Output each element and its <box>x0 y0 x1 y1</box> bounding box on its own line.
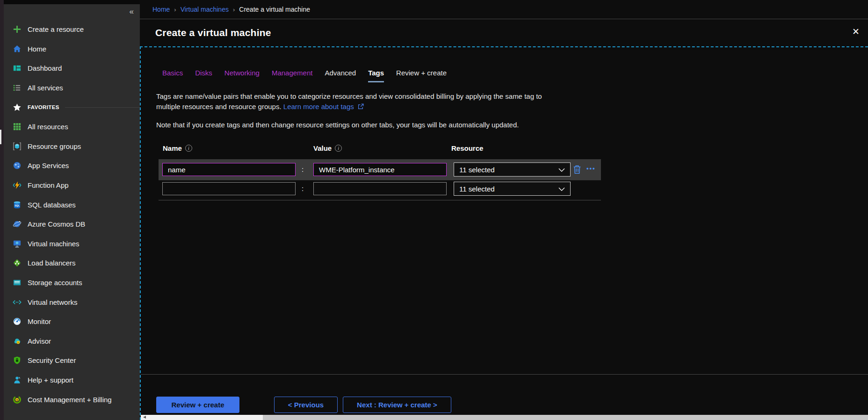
description-line-1: Tags are name/value pairs that enable yo… <box>156 92 542 100</box>
sidebar-item-app-services[interactable]: App Services <box>0 156 140 176</box>
sidebar-item-label: Dashboard <box>28 64 62 72</box>
resource-dropdown[interactable]: 11 selected <box>454 182 571 196</box>
info-icon[interactable]: i <box>335 145 342 152</box>
favorites-divider <box>65 107 140 108</box>
sidebar-item-function-app[interactable]: Function App <box>0 176 140 195</box>
trash-icon[interactable] <box>573 165 581 176</box>
description-line-2: multiple resources and resource groups. <box>156 103 282 111</box>
footer-divider <box>141 374 868 375</box>
resource-dropdown[interactable]: 11 selected <box>454 162 571 177</box>
tags-note: Note that if you create tags and then ch… <box>156 121 519 129</box>
sidebar-item-label: Azure Cosmos DB <box>28 220 85 228</box>
next-button[interactable]: Next : Review + create > <box>343 397 451 413</box>
sidebar-item-help-support[interactable]: Help + support <box>0 370 140 390</box>
tab-basics[interactable]: Basics <box>162 69 183 82</box>
sidebar-item-storage-accounts[interactable]: Storage accounts <box>0 273 140 293</box>
sidebar-item-monitor[interactable]: Monitor <box>0 312 140 332</box>
sidebar-section-label: FAVORITES <box>28 104 59 110</box>
sidebar-item-home[interactable]: Home <box>0 39 140 59</box>
sidebar-item-label: Security Center <box>28 356 76 364</box>
sidebar-item-label: Advisor <box>28 337 51 345</box>
sidebar-item-virtual-machines[interactable]: Virtual machines <box>0 234 140 254</box>
breadcrumb-virtual-machines[interactable]: Virtual machines <box>181 6 229 13</box>
sidebar-item-all-services[interactable]: All services <box>0 78 140 98</box>
sidebar-item-label: Virtual networks <box>28 298 77 306</box>
breadcrumb-current: Create a virtual machine <box>239 6 310 13</box>
tags-description: Tags are name/value pairs that enable yo… <box>156 91 542 112</box>
sidebar-item-label: Virtual machines <box>28 240 80 248</box>
all-services-icon <box>12 83 22 93</box>
window-left-edge <box>0 0 4 420</box>
sidebar-item-label: Help + support <box>28 376 73 384</box>
tag-separator: : <box>299 165 306 173</box>
column-value: Value <box>313 144 332 152</box>
svg-text:$: $ <box>16 398 18 401</box>
tag-value-input[interactable] <box>313 163 447 176</box>
resource-dropdown-value: 11 selected <box>459 166 495 174</box>
tag-name-input[interactable] <box>162 163 296 176</box>
sidebar-item-azure-cosmos-db[interactable]: Azure Cosmos DB <box>0 214 140 234</box>
sidebar-item-sql-databases[interactable]: SQL SQL databases <box>0 195 140 214</box>
sidebar-item-cost-management-billing[interactable]: $ Cost Management + Billing <box>0 390 140 409</box>
sidebar-item-resource-groups[interactable]: Resource groups <box>0 137 140 156</box>
scrollbar-thumb[interactable] <box>263 415 868 420</box>
sidebar-item-create-a-resource[interactable]: Create a resource <box>0 20 140 39</box>
sidebar-item-dashboard[interactable]: Dashboard <box>0 59 140 78</box>
column-resource: Resource <box>451 144 483 152</box>
home-icon <box>12 44 22 53</box>
tab-tags[interactable]: Tags <box>368 69 384 82</box>
sidebar-item-label: App Services <box>28 162 69 169</box>
panel-header: Create a virtual machine ✕ <box>140 19 868 46</box>
cosmos-db-icon <box>12 220 22 229</box>
storage-accounts-icon <box>12 278 22 287</box>
table-divider <box>159 200 601 200</box>
sidebar-item-label: All resources <box>28 123 68 131</box>
star-icon <box>12 103 22 112</box>
tab-management[interactable]: Management <box>272 69 313 82</box>
external-link-icon <box>358 102 364 112</box>
resource-dropdown-value: 11 selected <box>459 185 495 193</box>
sidebar-item-label: Cost Management + Billing <box>28 396 112 404</box>
sidebar-item-load-balancers[interactable]: Load balancers <box>0 253 140 273</box>
sidebar-item-label: Storage accounts <box>28 279 82 287</box>
plus-icon <box>12 25 22 34</box>
scroll-left-arrow-icon[interactable] <box>143 416 146 419</box>
learn-more-link[interactable]: Learn more about tags <box>283 103 354 111</box>
sidebar-item-security-center[interactable]: Security Center <box>0 351 140 370</box>
tag-separator: : <box>299 184 306 192</box>
sidebar-collapse-button[interactable]: « <box>130 7 134 16</box>
tab-networking[interactable]: Networking <box>224 69 260 82</box>
breadcrumb-home[interactable]: Home <box>152 6 170 13</box>
help-support-icon <box>12 375 22 384</box>
horizontal-scrollbar[interactable] <box>141 415 868 420</box>
info-icon[interactable]: i <box>185 145 192 152</box>
app-services-icon <box>12 161 22 170</box>
tag-row-1: : 11 selected ••• <box>159 159 601 180</box>
resource-groups-icon <box>12 141 22 151</box>
sidebar-item-label: SQL databases <box>28 201 76 209</box>
chevron-down-icon <box>558 185 565 193</box>
review-create-button[interactable]: Review + create <box>156 397 239 413</box>
sql-databases-icon: SQL <box>12 200 22 209</box>
cost-management-icon: $ <box>12 395 22 404</box>
previous-button[interactable]: < Previous <box>274 397 338 413</box>
chevron-down-icon <box>558 166 565 174</box>
breadcrumb-chevron-icon: › <box>174 6 176 13</box>
main-panel: Home › Virtual machines › Create a virtu… <box>140 0 868 420</box>
sidebar-item-label: Resource groups <box>28 142 81 150</box>
sidebar-item-label: Create a resource <box>28 25 84 33</box>
tab-review-create[interactable]: Review + create <box>396 69 447 82</box>
tag-name-input[interactable] <box>162 182 296 195</box>
tag-value-input[interactable] <box>313 182 447 195</box>
more-options-icon[interactable]: ••• <box>586 165 596 172</box>
sidebar-item-virtual-networks[interactable]: Virtual networks <box>0 292 140 312</box>
breadcrumb-chevron-icon: › <box>233 6 235 13</box>
tab-disks[interactable]: Disks <box>195 69 212 82</box>
sidebar-item-label: Monitor <box>28 317 51 325</box>
sidebar-item-advisor[interactable]: Advisor <box>0 332 140 351</box>
window-top-edge <box>0 0 140 4</box>
tab-advanced[interactable]: Advanced <box>325 69 356 82</box>
sidebar-item-all-resources[interactable]: All resources <box>0 117 140 137</box>
close-icon[interactable]: ✕ <box>852 27 860 36</box>
load-balancers-icon <box>12 258 22 268</box>
